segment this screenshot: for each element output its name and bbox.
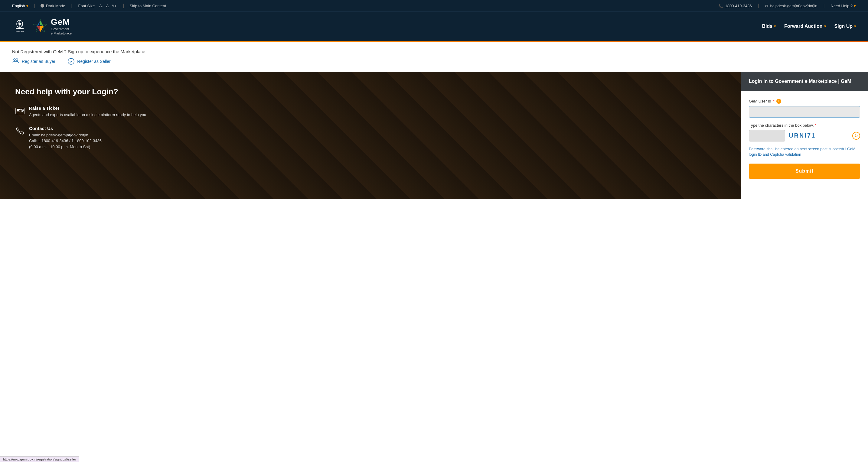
contact-us-item: Contact Us Email: helpdesk-gem[at]gov[do… [15,126,726,150]
nav-sign-up-label: Sign Up [834,24,852,29]
captcha-required: * [815,123,816,128]
separator-4: | [758,3,759,8]
captcha-row: URNI71 ↻ [749,130,860,142]
gem-logo: GeM Government e Marketplace [32,17,72,36]
seller-icon [67,58,75,65]
ashoka-emblem-svg: सत्यमेव जयते [13,18,27,35]
captcha-label: Type the characters in the box below. * [749,123,860,128]
svg-marker-9 [40,21,43,26]
font-size-large[interactable]: A+ [112,4,117,8]
login-panel-header: Login in to Government e Marketplace | G… [741,72,868,91]
nav-forward-auction-label: Forward Auction [784,24,823,29]
raise-ticket-desc: Agents and experts available on a single… [29,112,146,118]
register-bar-left: Not Registered with GeM ? Sign up to exp… [12,49,145,65]
raise-ticket-title: Raise a Ticket [29,105,146,111]
phone-info: 1800-419-3436 [719,4,752,8]
raise-ticket-content: Raise a Ticket Agents and experts availa… [29,105,146,118]
font-size-text: Font Size [78,4,95,8]
raise-ticket-item: Raise a Ticket Agents and experts availa… [15,105,726,118]
svg-text:सत्यमेव जयते: सत्यमेव जयते [16,31,24,33]
svg-marker-11 [40,26,43,32]
need-help-button[interactable]: Need Help ? ▾ [831,4,856,8]
left-content: Need help with your Login? Raise a Ticke… [0,72,741,173]
gem-title: GeM [51,17,72,27]
language-button[interactable]: English ▾ [12,4,28,8]
register-seller-link[interactable]: Register as Seller [67,58,111,65]
svg-rect-6 [16,28,24,29]
login-panel-body: GeM User Id * i Type the characters in t… [741,91,868,199]
svg-rect-19 [17,112,20,112]
register-bar: Not Registered with GeM ? Sign up to exp… [0,42,868,72]
gem-subtitle-line2: e Marketplace [51,31,72,35]
phone-number: 1800-419-3436 [725,4,751,8]
user-id-label: GeM User Id * i [749,99,860,104]
gem-subtitle-line1: Government [51,27,72,31]
need-help-chevron: ▾ [854,4,856,8]
register-buyer-link[interactable]: Register as Buyer [12,58,55,65]
main-header: सत्यमेव जयते GeM Government e Marketplac… [0,11,868,41]
sign-up-chevron: ▾ [854,24,856,28]
phone-svg-icon [15,126,25,136]
svg-rect-18 [17,110,19,111]
separator-5: | [824,3,825,8]
raise-ticket-icon [15,106,25,118]
nav-sign-up[interactable]: Sign Up ▾ [834,24,856,29]
register-links: Register as Buyer Register as Seller [12,58,145,65]
phone-icon [719,4,724,8]
contact-call: Call: 1-1800-419-3436 / 1-1800-102-3436 [29,138,102,144]
svg-rect-17 [17,109,21,110]
skip-to-main-link[interactable]: Skip to Main Content [129,4,166,8]
font-size-medium[interactable]: A [106,4,109,8]
ticket-svg-icon [15,106,25,116]
contact-hours: (9:00 a.m. - 10:00 p.m. Mon to Sat) [29,144,102,150]
top-utility-bar: English ▾ | Dark Mode | Font Size A- A A… [0,0,868,11]
nav-bids[interactable]: Bids ▾ [762,24,776,29]
captcha-code: URNI71 [789,132,849,139]
captcha-input[interactable] [749,130,785,142]
dark-mode-icon [40,4,44,7]
user-id-input[interactable] [749,106,860,118]
contact-us-icon [15,126,25,138]
svg-point-15 [68,58,74,64]
svg-point-14 [16,59,18,60]
ashoka-emblem: सत्यमेव जयते [12,17,27,35]
email-icon [765,4,769,8]
svg-marker-12 [37,26,40,32]
email-address: helpdesk-gem[at]gov[dot]in [770,4,817,8]
email-info: helpdesk-gem[at]gov[dot]in [765,4,817,8]
login-panel-title: Login in to Government e Marketplace | G… [749,79,851,84]
dark-mode-toggle[interactable]: Dark Mode [40,4,65,8]
register-seller-label: Register as Seller [77,59,111,64]
help-title: Need help with your Login? [15,87,726,96]
user-id-required: * [773,99,775,103]
register-text: Not Registered with GeM ? Sign up to exp… [12,49,145,54]
submit-button[interactable]: Submit [749,163,860,179]
gem-text-block: GeM Government e Marketplace [51,17,72,36]
main-nav: Bids ▾ Forward Auction ▾ Sign Up ▾ [762,24,856,29]
user-id-info-icon[interactable]: i [776,99,781,104]
contact-email: Email: helpdesk-gem[at]gov[dot]in [29,132,102,138]
captcha-refresh-button[interactable]: ↻ [852,132,860,140]
bids-chevron: ▾ [774,24,776,28]
separator-1: | [34,3,35,8]
separator-3: | [123,3,124,8]
register-buyer-label: Register as Buyer [22,59,55,64]
dark-mode-label-text: Dark Mode [46,4,65,8]
password-hint: Password shall be entered on next screen… [749,146,860,158]
user-id-label-text: GeM User Id [749,99,771,103]
login-panel: Login in to Government e Marketplace | G… [741,72,868,199]
logo-area: सत्यमेव जयते GeM Government e Marketplac… [12,17,72,36]
nav-bids-label: Bids [762,24,772,29]
nav-forward-auction[interactable]: Forward Auction ▾ [784,24,826,29]
buyer-icon [12,58,19,65]
contact-us-content: Contact Us Email: helpdesk-gem[at]gov[do… [29,126,102,150]
top-bar-right: 1800-419-3436 | helpdesk-gem[at]gov[dot]… [719,3,856,8]
language-label: English [12,4,25,8]
svg-point-13 [13,59,16,60]
svg-rect-16 [16,108,24,114]
font-size-small[interactable]: A- [99,4,103,8]
forward-auction-chevron: ▾ [824,24,826,28]
font-size-controls: Font Size A- A A+ [78,4,118,8]
need-help-label: Need Help ? [831,4,852,8]
captcha-label-text: Type the characters in the box below. [749,123,814,128]
